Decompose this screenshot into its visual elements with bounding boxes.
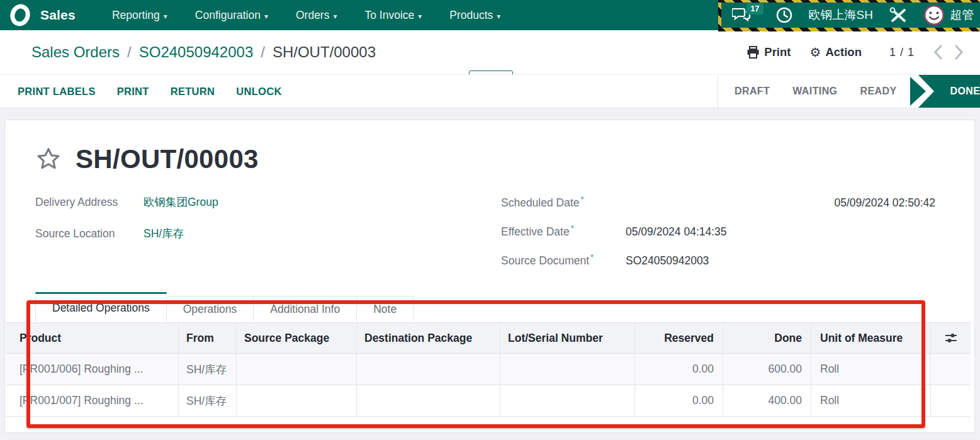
table-header-row: Product From Source Package Destination … <box>6 322 971 354</box>
col-header-product[interactable]: Product <box>6 323 179 353</box>
field-label: Source Document* <box>501 252 626 268</box>
status-done-label: DONE <box>938 75 980 108</box>
form-statusbar-row: PRINT LABELS PRINT RETURN UNLOCK DRAFT W… <box>0 74 980 108</box>
cell-destination-package[interactable] <box>357 354 500 385</box>
return-button[interactable]: RETURN <box>171 86 215 98</box>
cell-product[interactable]: [PR001/006] Roughing ... <box>6 354 179 385</box>
cell-from[interactable]: SH/库存 <box>179 385 237 416</box>
scheduled-date-value[interactable]: 05/09/2024 02:50:42 <box>834 196 935 210</box>
table-row[interactable]: [PR001/007] Roughing ... SH/库存 0.00 400.… <box>6 385 971 417</box>
field-label: Scheduled Date* <box>501 195 626 210</box>
menu-products[interactable]: Products▾ <box>449 9 500 22</box>
breadcrumb: Sales Orders / SO24050942003 / SH/OUT/00… <box>31 30 376 74</box>
chevron-down-icon: ▾ <box>164 12 167 21</box>
cell-lot-serial[interactable] <box>500 354 635 385</box>
chevron-down-icon: ▾ <box>333 12 337 21</box>
gear-icon: ⚙ <box>809 46 821 59</box>
col-header-from[interactable]: From <box>179 323 237 353</box>
col-header-destination-package[interactable]: Destination Package <box>357 323 500 353</box>
control-panel: Sales Orders / SO24050942003 / SH/OUT/00… <box>0 30 980 74</box>
notebook-tabs: Detailed Operations Operations Additiona… <box>35 291 414 322</box>
pager-previous-button[interactable] <box>933 45 942 60</box>
control-panel-right: Print ⚙ Action 1 / 1 <box>746 30 964 74</box>
source-document-value[interactable]: SO24050942003 <box>626 254 709 268</box>
required-asterisk: * <box>571 223 574 233</box>
required-asterisk: * <box>590 252 594 262</box>
cell-destination-package[interactable] <box>357 385 500 416</box>
optional-columns-button[interactable] <box>931 323 971 353</box>
tab-additional-info[interactable]: Additional Info <box>254 296 357 322</box>
cell-options <box>931 385 971 416</box>
table-row[interactable]: [PR001/006] Roughing ... SH/库存 0.00 600.… <box>6 354 971 385</box>
menu-to-invoice[interactable]: To Invoice▾ <box>364 9 422 22</box>
favorite-star-icon[interactable] <box>35 146 62 172</box>
main-menus: Reporting▾ Configuration▾ Orders▾ To Inv… <box>112 9 501 22</box>
field-source-location: Source Location SH/库存 <box>35 226 425 245</box>
printer-icon <box>746 46 760 59</box>
form-sheet: SH/OUT/00003 Delivery Address 欧钢集团Group … <box>4 120 975 433</box>
debug-tools-button[interactable] <box>889 6 908 24</box>
cell-lot-serial[interactable] <box>500 385 635 416</box>
col-header-reserved[interactable]: Reserved <box>635 323 723 353</box>
tools-icon <box>889 6 908 24</box>
unlock-button[interactable]: UNLOCK <box>236 86 281 98</box>
menu-reporting[interactable]: Reporting▾ <box>112 9 167 22</box>
status-ready[interactable]: READY <box>860 86 896 97</box>
required-asterisk: * <box>581 195 584 204</box>
cell-product[interactable]: [PR001/007] Roughing ... <box>6 385 179 416</box>
tab-note[interactable]: Note <box>357 296 414 322</box>
cell-done[interactable]: 600.00 <box>723 354 811 385</box>
sliders-icon <box>943 330 959 346</box>
status-waiting[interactable]: WAITING <box>792 86 837 97</box>
cell-from[interactable]: SH/库存 <box>179 354 237 385</box>
source-location-value[interactable]: SH/库存 <box>144 226 184 241</box>
field-effective-date: Effective Date* 05/09/2024 04:14:35 <box>501 223 935 242</box>
messages-button[interactable]: 17 <box>732 7 751 23</box>
pager-counter: 1 / 1 <box>889 46 915 59</box>
cell-reserved[interactable]: 0.00 <box>635 354 723 385</box>
menu-configuration[interactable]: Configuration▾ <box>195 9 268 22</box>
app-name[interactable]: Sales <box>40 8 76 23</box>
detailed-operations-table: Product From Source Package Destination … <box>6 322 971 417</box>
clock-icon <box>775 6 793 24</box>
tab-operations[interactable]: Operations <box>167 296 254 322</box>
breadcrumb-sales-orders[interactable]: Sales Orders <box>31 43 120 61</box>
user-name: 超管 <box>950 7 974 23</box>
cell-done[interactable]: 400.00 <box>723 385 811 416</box>
chevron-down-icon: ▾ <box>497 12 500 21</box>
action-button[interactable]: ⚙ Action <box>809 45 862 59</box>
field-label: Source Location <box>35 227 144 240</box>
breadcrumb-separator: / <box>261 43 265 61</box>
cell-source-package[interactable] <box>237 385 357 416</box>
pager-next-button[interactable] <box>955 45 964 60</box>
cell-uom[interactable]: Roll <box>811 354 931 385</box>
breadcrumb-sale-order[interactable]: SO24050942003 <box>139 43 254 61</box>
odoo-logo-icon[interactable] <box>9 4 31 26</box>
print-labels-button[interactable]: PRINT LABELS <box>18 86 96 98</box>
statusbar: DRAFT WAITING READY DONE <box>718 75 980 108</box>
page-title: SH/OUT/00003 <box>76 144 259 174</box>
print-button[interactable]: Print <box>746 45 791 59</box>
effective-date-value[interactable]: 05/09/2024 04:14:35 <box>626 225 727 239</box>
field-delivery-address: Delivery Address 欧钢集团Group <box>35 195 425 213</box>
status-done-active[interactable]: DONE <box>910 75 980 108</box>
systray: 17 欧钢上海SH 超管 <box>732 0 974 30</box>
menu-orders[interactable]: Orders▾ <box>296 9 337 22</box>
col-header-source-package[interactable]: Source Package <box>237 323 357 353</box>
cell-source-package[interactable] <box>237 354 357 385</box>
cell-uom[interactable]: Roll <box>811 385 931 416</box>
field-label: Delivery Address <box>35 196 144 209</box>
company-switcher[interactable]: 欧钢上海SH <box>809 7 873 23</box>
chevron-down-icon: ▾ <box>264 12 268 21</box>
col-header-done[interactable]: Done <box>723 323 811 353</box>
field-group-right: Scheduled Date* 05/09/2024 02:50:42 Effe… <box>501 195 935 281</box>
cell-reserved[interactable]: 0.00 <box>635 385 723 416</box>
col-header-uom[interactable]: Unit of Measure <box>811 323 931 353</box>
user-menu[interactable]: 超管 <box>923 4 974 26</box>
print-button-secondary[interactable]: PRINT <box>117 86 149 98</box>
status-draft[interactable]: DRAFT <box>735 86 770 97</box>
col-header-lot-serial[interactable]: Lot/Serial Number <box>500 323 635 353</box>
activities-button[interactable] <box>775 6 793 24</box>
tab-detailed-operations[interactable]: Detailed Operations <box>35 292 167 322</box>
delivery-address-value[interactable]: 欧钢集团Group <box>144 195 218 210</box>
